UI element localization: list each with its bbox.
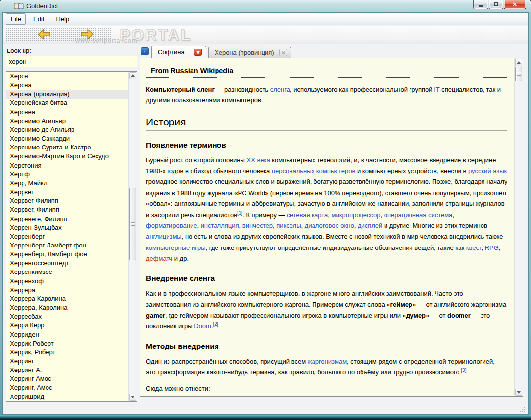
article-paragraph: Один из распространённых способов, прису… bbox=[146, 356, 507, 378]
scroll-down-icon[interactable] bbox=[515, 389, 522, 396]
word-list-item[interactable]: Херревеге, Филипп bbox=[6, 215, 128, 223]
tab-close-icon[interactable] bbox=[279, 49, 287, 56]
word-list-item[interactable]: Херринг Амос bbox=[6, 374, 128, 383]
word-list-item[interactable]: Херрик Роберт bbox=[6, 339, 128, 348]
scroll-down-icon[interactable] bbox=[129, 394, 136, 401]
maximize-icon bbox=[494, 2, 498, 6]
article-link[interactable]: компьютерные игры bbox=[146, 244, 206, 251]
word-list-item[interactable]: Херр, Майкл bbox=[6, 179, 128, 188]
article-link[interactable]: пикселы bbox=[276, 222, 301, 229]
article-paragraph: Сюда можно отнести: bbox=[146, 383, 507, 394]
word-list-scrollbar[interactable] bbox=[128, 72, 137, 401]
minimize-icon bbox=[479, 5, 483, 7]
article-ref-link[interactable]: [2] bbox=[213, 321, 218, 327]
article-link[interactable]: англицизмы bbox=[146, 233, 182, 240]
word-list-item[interactable]: Херрера bbox=[6, 286, 128, 295]
article-link[interactable]: сетевая карта bbox=[287, 211, 328, 219]
word-list-item[interactable]: Херри Керр bbox=[6, 321, 128, 330]
word-list-item[interactable]: Херрвег Филипп bbox=[6, 197, 128, 205]
word-list-item[interactable]: Херринг bbox=[6, 357, 128, 366]
word-list-item[interactable]: Херпф bbox=[6, 170, 128, 179]
resize-grip-icon[interactable] bbox=[520, 406, 526, 412]
word-list-item[interactable]: Херрвег, Филипп bbox=[6, 205, 128, 214]
word-list-item[interactable]: Херрвег bbox=[6, 188, 128, 197]
word-list-item[interactable]: Херотония bbox=[6, 161, 128, 170]
article-link[interactable]: квест bbox=[466, 244, 482, 251]
word-list-item[interactable]: Херриден bbox=[6, 330, 128, 339]
goldendict-window: GoldenDict File Edit Help PORTAL www.sof… bbox=[0, 0, 531, 420]
article-subsection-heading: Появление терминов bbox=[146, 141, 507, 149]
word-list-item[interactable]: Херонимо Сурита-и-Кастро bbox=[6, 143, 128, 152]
scroll-up-icon[interactable] bbox=[129, 72, 136, 79]
word-list-item[interactable]: Херрик, Роберт bbox=[6, 348, 128, 357]
article-link[interactable]: русский язык bbox=[468, 167, 507, 174]
dictionary-source-header: From Russian Wikipedia bbox=[146, 64, 507, 78]
article-ref-link[interactable]: [3] bbox=[461, 368, 466, 373]
menu-file[interactable]: File bbox=[6, 13, 26, 25]
word-list-item[interactable]: Херресбах bbox=[6, 312, 128, 321]
word-list-item[interactable]: Херришрид bbox=[6, 393, 128, 401]
word-list[interactable]: ХеронХеронаХерона (провинция)Херонейская… bbox=[6, 71, 137, 402]
article-link[interactable]: персональных компьютеров bbox=[272, 167, 355, 174]
article-scroll-thumb[interactable] bbox=[515, 67, 522, 81]
article-link[interactable]: операционная система bbox=[384, 211, 453, 219]
article-link[interactable]: жаргонизмам bbox=[308, 358, 347, 365]
window-bottom-frame bbox=[0, 415, 531, 420]
maximize-button[interactable] bbox=[489, 0, 503, 9]
menu-help[interactable]: Help bbox=[51, 14, 73, 24]
article-link[interactable]: микропроцессор bbox=[332, 211, 381, 219]
article-link[interactable]: инсталляция bbox=[201, 222, 239, 229]
app-book-icon bbox=[14, 2, 24, 10]
word-list-item[interactable]: Херона bbox=[6, 81, 128, 90]
article-redlink[interactable]: дефматч bbox=[146, 255, 172, 262]
article-paragraph: Как и в профессиональном языке компьютер… bbox=[146, 288, 507, 332]
close-button[interactable] bbox=[504, 0, 526, 9]
word-list-item[interactable]: Херренберг, Ламберт фон bbox=[6, 250, 128, 259]
article-link[interactable]: винчестер bbox=[242, 222, 273, 229]
word-list-item[interactable]: Херонимо де Агильяр bbox=[6, 125, 128, 134]
tab-softina[interactable]: Софтина bbox=[151, 46, 206, 58]
article-link[interactable]: диалоговое окно bbox=[305, 222, 354, 229]
word-list-item[interactable]: Херренкимзее bbox=[6, 268, 128, 276]
minimize-button[interactable] bbox=[473, 0, 488, 9]
word-list-item[interactable]: Херринг А. bbox=[6, 366, 128, 374]
article-link[interactable]: RPG bbox=[485, 244, 499, 251]
article-link[interactable]: Doom bbox=[194, 322, 211, 330]
article-link[interactable]: дисплей bbox=[358, 222, 382, 229]
scroll-up-icon[interactable] bbox=[515, 59, 522, 66]
article-paragraph: Бурный рост со второй половины XX века к… bbox=[146, 155, 507, 265]
article-subsection-heading: Внедрение сленга bbox=[146, 274, 507, 283]
article-link[interactable]: форматирование bbox=[146, 222, 197, 229]
word-list-item[interactable]: Херонимо Саккарди bbox=[6, 134, 128, 143]
lookup-label: Look up: bbox=[7, 47, 31, 54]
word-list-item[interactable]: Херренгоссерштедт bbox=[6, 259, 128, 268]
menu-edit[interactable]: Edit bbox=[29, 14, 48, 24]
word-list-item[interactable]: Херринг, Амос bbox=[6, 383, 128, 392]
word-list-item[interactable]: Херонейская битва bbox=[6, 99, 128, 107]
article-link[interactable]: XX века bbox=[246, 156, 270, 164]
word-list-item[interactable]: Херрен-Зульцбах bbox=[6, 223, 128, 232]
tab-close-icon[interactable] bbox=[194, 49, 202, 56]
article-scrollbar[interactable] bbox=[514, 58, 523, 396]
word-list-item[interactable]: Херренберг Ламберт фон bbox=[6, 241, 128, 250]
tab-herona-provintsiya[interactable]: Херона (провинция) bbox=[208, 47, 291, 58]
back-arrow-icon[interactable] bbox=[38, 29, 50, 40]
word-list-item[interactable]: Херренхоф bbox=[6, 277, 128, 286]
word-list-item[interactable]: Херонимо-Мартин Каро и Сехудо bbox=[6, 152, 128, 161]
word-list-item[interactable]: Херонимо Агильяр bbox=[6, 117, 128, 125]
word-list-item[interactable]: Херонея bbox=[6, 108, 128, 117]
article-link[interactable]: IT bbox=[434, 86, 439, 93]
word-list-item[interactable]: Херрера, Каролина bbox=[6, 303, 128, 312]
lookup-input[interactable] bbox=[6, 56, 137, 67]
word-list-item[interactable]: Херон bbox=[6, 72, 128, 81]
add-tab-button[interactable]: + bbox=[141, 47, 149, 55]
titlebar[interactable]: GoldenDict bbox=[0, 0, 531, 13]
article-ref-link[interactable]: [1] bbox=[237, 210, 242, 215]
article-content: From Russian WikipediaКомпьютерный сленг… bbox=[140, 58, 514, 396]
word-list-scroll-thumb[interactable] bbox=[129, 188, 136, 260]
watermark-url: www.softportal.com bbox=[75, 37, 137, 44]
article-link[interactable]: сленга bbox=[270, 86, 290, 93]
word-list-item[interactable]: Херрера Каролина bbox=[6, 295, 128, 303]
word-list-item[interactable]: Херона (провинция) bbox=[6, 90, 128, 99]
word-list-item[interactable]: Херренберг bbox=[6, 232, 128, 241]
